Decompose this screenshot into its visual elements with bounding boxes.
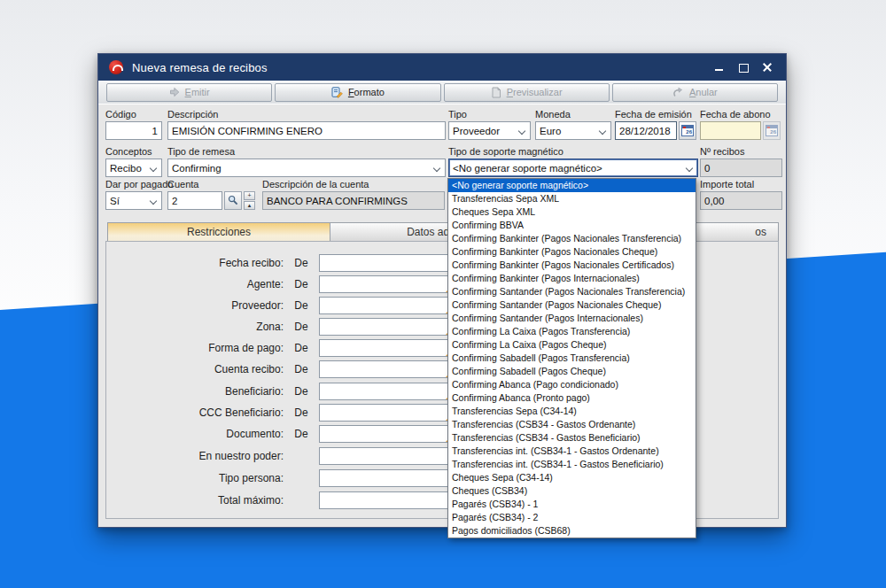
restriction-label: Forma de pago:	[106, 342, 284, 354]
tipo-combobox[interactable]: Proveedor	[448, 121, 531, 140]
title-bar[interactable]: Nueva remesa de recibos	[98, 54, 786, 81]
restriction-input[interactable]	[319, 297, 452, 314]
restriction-de-label: De	[284, 299, 319, 312]
restriction-input[interactable]	[319, 404, 452, 422]
window-title: Nueva remesa de recibos	[132, 61, 268, 74]
restriction-input[interactable]	[319, 491, 452, 509]
conceptos-combobox[interactable]: Recibo	[105, 159, 162, 177]
dropdown-option[interactable]: Transferencias (CSB34 - Gastos Ordenante…	[448, 418, 696, 431]
chevron-down-icon	[150, 165, 157, 172]
dropdown-option[interactable]: Cheques Sepa (C34-14)	[448, 471, 696, 484]
restriction-label: Agente:	[106, 278, 284, 290]
restriction-de-label: De	[284, 406, 319, 419]
dropdown-option[interactable]: Pagarés (CSB34) - 2	[448, 511, 696, 524]
toolbar: Emitir Formato Previsualizar Anular	[98, 81, 786, 104]
dropdown-option[interactable]: Confirming Santander (Pagos Internaciona…	[448, 312, 696, 325]
dropdown-option[interactable]: Confirming Bankinter (Pagos Nacionales T…	[448, 232, 696, 245]
desc-cuenta-label: Descripción de la cuenta	[262, 179, 445, 190]
dropdown-option[interactable]: Transferencias int. (CSB34-1 - Gastos Be…	[448, 458, 696, 471]
fecha-abono-label: Fecha de abono	[700, 109, 782, 120]
emitir-button[interactable]: Emitir	[106, 83, 272, 102]
restriction-input[interactable]	[319, 383, 452, 400]
dropdown-option[interactable]: Confirming Bankinter (Pagos Nacionales C…	[448, 245, 696, 259]
dar-por-pagado-combobox[interactable]: Sí	[105, 191, 162, 210]
dropdown-option[interactable]: Cheques (CSB34)	[448, 484, 696, 498]
close-button[interactable]	[761, 61, 773, 74]
tipo-value: Proveedor	[453, 126, 500, 136]
dropdown-option[interactable]: Confirming Santander (Pagos Nacionales T…	[448, 285, 696, 298]
n-recibos-label: Nº recibos	[700, 146, 782, 158]
dropdown-option[interactable]: Confirming Abanca (Pronto pago)	[448, 391, 696, 405]
restriction-input[interactable]	[319, 447, 452, 465]
cuenta-search-button[interactable]	[224, 191, 242, 210]
dropdown-option[interactable]: Confirming La Caixa (Pagos Transferencia…	[448, 325, 696, 338]
restriction-input[interactable]	[319, 275, 452, 293]
restriction-label: Proveedor:	[106, 299, 284, 312]
restriction-de-label: De	[284, 385, 319, 398]
app-logo-icon	[109, 60, 123, 74]
restriction-input[interactable]	[319, 469, 452, 487]
formato-button[interactable]: Formato	[275, 83, 440, 102]
cuenta-label: Cuenta	[167, 179, 256, 190]
restriction-label: Zona:	[106, 321, 284, 333]
minimize-button[interactable]	[713, 61, 726, 74]
dropdown-option[interactable]: Confirming La Caixa (Pagos Cheque)	[448, 338, 696, 352]
tipo-soporte-value: <No generar soporte magnético>	[453, 163, 602, 174]
spinner-up-button[interactable]: +	[244, 191, 255, 200]
restriction-de-label: De	[284, 428, 319, 440]
importe-total-field: 0,00	[700, 191, 782, 210]
dropdown-option[interactable]: Transferencias Sepa (C34-14)	[448, 405, 696, 418]
dropdown-option[interactable]: Confirming Sabadell (Pagos Cheque)	[448, 365, 696, 378]
fecha-emision-calendar-button[interactable]: 26	[679, 121, 696, 140]
dropdown-option[interactable]: Transferencias int. (CSB34-1 - Gastos Or…	[448, 445, 696, 458]
chevron-down-icon	[150, 197, 157, 205]
restriction-label: Documento:	[106, 428, 284, 440]
dropdown-option[interactable]: Confirming BBVA	[448, 219, 696, 232]
tab-restricciones[interactable]: Restricciones	[107, 222, 330, 242]
dropdown-option[interactable]: Confirming Sabadell (Pagos Transferencia…	[448, 352, 696, 365]
importe-total-label: Importe total	[700, 179, 782, 190]
formato-label: Formato	[348, 87, 385, 97]
fecha-abono-input[interactable]	[700, 121, 761, 140]
dropdown-option[interactable]: Confirming Bankinter (Pagos Internaciona…	[448, 272, 696, 285]
dropdown-option[interactable]: Confirming Abanca (Pago condicionado)	[448, 378, 696, 391]
maximize-button[interactable]	[737, 61, 750, 74]
chevron-down-icon	[518, 128, 525, 135]
dropdown-option[interactable]: <No generar soporte magnético>	[448, 179, 696, 192]
cuenta-input[interactable]: 2	[167, 191, 222, 210]
restriction-input[interactable]	[319, 339, 452, 357]
descripcion-label: Descripción	[167, 109, 446, 120]
dar-por-pagado-value: Sí	[110, 196, 120, 206]
tipo-remesa-combobox[interactable]: Confirming	[167, 159, 446, 177]
calendar-icon: 26	[766, 125, 778, 136]
dropdown-option[interactable]: Transferencias (CSB34 - Gastos Beneficia…	[448, 431, 696, 445]
restriction-input[interactable]	[319, 318, 452, 336]
dropdown-option[interactable]: Cheques Sepa XML	[448, 205, 696, 219]
restriction-label: En nuestro poder:	[106, 450, 284, 462]
dropdown-option[interactable]: Confirming Bankinter (Pagos Nacionales C…	[448, 259, 696, 272]
spinner-down-button[interactable]: ▴	[244, 201, 255, 210]
codigo-input[interactable]: 1	[105, 121, 162, 140]
fecha-emision-input[interactable]: 28/12/2018	[615, 121, 677, 140]
undo-icon	[672, 87, 684, 97]
tipo-soporte-combobox[interactable]: <No generar soporte magnético>	[448, 159, 698, 177]
descripcion-input[interactable]: EMISIÓN CONFIRMING ENERO	[167, 121, 446, 140]
cuenta-spinner: + ▴	[244, 191, 255, 210]
previsualizar-button[interactable]: Previsualizar	[444, 83, 610, 102]
moneda-label: Moneda	[535, 109, 611, 120]
tipo-soporte-label: Tipo de soporte magnético	[448, 146, 698, 158]
moneda-combobox[interactable]: Euro	[535, 121, 611, 140]
dropdown-option[interactable]: Pagarés (CSB34) - 1	[448, 498, 696, 511]
dropdown-option[interactable]: Confirming Santander (Pagos Nacionales C…	[448, 298, 696, 312]
anular-button[interactable]: Anular	[612, 83, 778, 102]
fecha-abono-calendar-button[interactable]: 26	[763, 121, 781, 140]
restriction-input[interactable]	[319, 425, 452, 443]
restriction-label: Beneficiario:	[106, 385, 284, 398]
dropdown-option[interactable]: Transferencias Sepa XML	[448, 192, 696, 205]
restriction-input[interactable]	[319, 360, 452, 378]
chevron-down-icon	[433, 165, 440, 172]
conceptos-label: Conceptos	[105, 146, 162, 158]
dropdown-option[interactable]: Pagos domiciliados (CSB68)	[448, 524, 696, 538]
emitir-label: Emitir	[185, 87, 210, 97]
restriction-input[interactable]	[319, 254, 452, 272]
